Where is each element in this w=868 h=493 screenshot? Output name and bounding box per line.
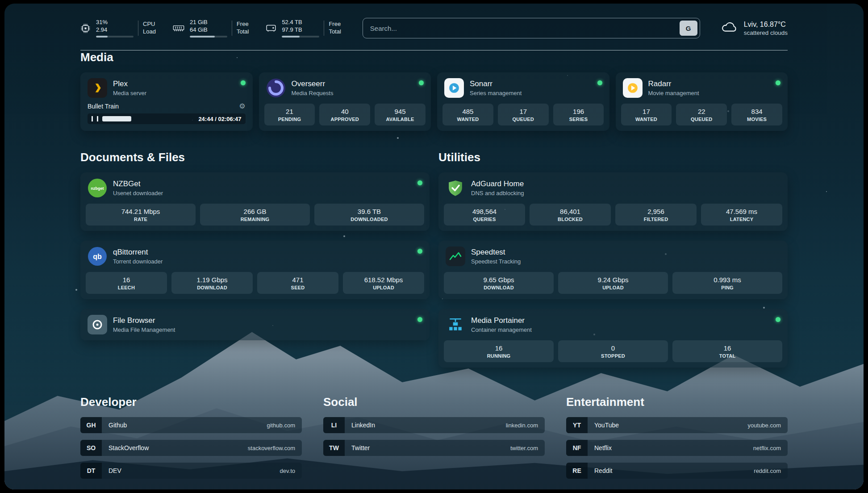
stat-series: 196 SERIES bbox=[553, 104, 604, 125]
status-dot bbox=[597, 80, 602, 85]
nzbget-icon: nzbget bbox=[88, 178, 107, 198]
bookmark-url: twitter.com bbox=[510, 445, 538, 451]
bookmark-group-developer: Developer GH Github github.com SO StackO… bbox=[80, 395, 302, 479]
app-name: Plex bbox=[113, 79, 146, 88]
search-input[interactable] bbox=[363, 25, 680, 32]
bookmark-youtube[interactable]: YT YouTube youtube.com bbox=[566, 417, 788, 433]
memory-progress-bar bbox=[190, 36, 227, 38]
cpu-load-value: 2.94 bbox=[96, 26, 134, 34]
bookmark-github[interactable]: GH Github github.com bbox=[80, 417, 302, 433]
app-card-sonarr[interactable]: Sonarr Series management 485 WANTED 17 Q… bbox=[437, 72, 609, 131]
stat-latency: 47.569 ms LATENCY bbox=[701, 204, 782, 226]
app-card-adguard[interactable]: AdGuard Home DNS and adblocking 498,564 … bbox=[438, 172, 788, 231]
bookmark-reddit[interactable]: RE Reddit reddit.com bbox=[566, 463, 788, 479]
app-card-nzbget[interactable]: nzbget NZBGet Usenet downloader 74 bbox=[80, 172, 430, 231]
section-title-media: Media bbox=[80, 50, 788, 64]
bookmark-stackoverflow[interactable]: SO StackOverflow stackoverflow.com bbox=[80, 440, 302, 456]
top-bar: 31% 2.94 CPU Load bbox=[80, 18, 788, 38]
now-playing-title: Bullet Train bbox=[88, 103, 119, 110]
app-subtitle: Usenet downloader bbox=[113, 190, 163, 196]
sonarr-icon bbox=[444, 78, 464, 98]
bookmark-abbr: DT bbox=[80, 463, 102, 479]
app-name: Sonarr bbox=[470, 79, 522, 88]
stat-ping: 0.993 ms PING bbox=[672, 272, 782, 294]
bookmark-url: youtube.com bbox=[748, 422, 781, 429]
cpu-progress-bar bbox=[96, 36, 134, 38]
app-card-radarr[interactable]: Radarr Movie management 17 WANTED 22 QUE… bbox=[616, 72, 788, 131]
stat-blocked: 86,401 BLOCKED bbox=[530, 204, 611, 226]
disk-progress-fill bbox=[282, 36, 299, 38]
cpu-labels: CPU Load bbox=[138, 21, 156, 36]
bookmark-abbr: YT bbox=[566, 417, 588, 433]
search-bar[interactable]: G bbox=[363, 18, 700, 38]
bookmark-abbr: TW bbox=[323, 440, 345, 456]
cpu-label-2: Load bbox=[143, 28, 156, 36]
utilities-column: Utilities bbox=[438, 150, 788, 368]
app-name: File Browser bbox=[113, 316, 175, 325]
status-dot bbox=[776, 80, 780, 85]
disk-free-value: 52.4 TB bbox=[282, 19, 319, 26]
status-dot bbox=[776, 317, 780, 322]
bookmark-abbr: RE bbox=[566, 463, 588, 479]
stat-download: 9.65 Gbps DOWNLOAD bbox=[444, 272, 554, 294]
documents-column: Documents & Files nzbget bbox=[80, 150, 430, 340]
cpu-widget: 31% 2.94 CPU Load bbox=[80, 19, 156, 38]
bookmark-url: github.com bbox=[267, 422, 295, 429]
bookmark-name: YouTube bbox=[594, 422, 619, 429]
playback-progress-bar[interactable]: 24:44 / 02:06:47 bbox=[88, 113, 246, 124]
memory-icon bbox=[173, 25, 184, 32]
memory-label-1: Free bbox=[237, 21, 249, 28]
section-title-developer: Developer bbox=[80, 395, 302, 409]
app-card-qbittorrent[interactable]: qb qBittorrent Torrent downloader bbox=[80, 241, 430, 299]
app-subtitle: Movie management bbox=[648, 90, 699, 96]
app-subtitle: Media File Management bbox=[113, 326, 175, 333]
section-title-utilities: Utilities bbox=[438, 150, 788, 164]
bookmark-abbr: GH bbox=[80, 417, 102, 433]
weather-text: Lviv, 16.87°C scattered clouds bbox=[744, 21, 788, 36]
disk-label-1: Free bbox=[329, 21, 341, 28]
plex-icon bbox=[88, 78, 107, 98]
plex-now-playing: Bullet Train ⚙ 24:44 / 02:06:47 bbox=[80, 103, 253, 130]
app-name: Speedtest bbox=[471, 248, 521, 257]
disk-labels: Free Total bbox=[324, 21, 341, 36]
cpu-values: 31% 2.94 bbox=[96, 19, 134, 38]
pause-icon[interactable] bbox=[92, 116, 98, 121]
app-subtitle: Media server bbox=[113, 90, 146, 96]
status-dot bbox=[417, 249, 422, 254]
memory-progress-fill bbox=[190, 36, 215, 38]
app-card-speedtest[interactable]: Speedtest Speedtest Tracking 9.65 Gbps D… bbox=[438, 241, 788, 299]
disk-widget: 52.4 TB 97.9 TB Free Total bbox=[266, 19, 341, 38]
overseerr-icon bbox=[266, 78, 286, 98]
stat-pending: 21 PENDING bbox=[264, 104, 315, 125]
bookmark-twitter[interactable]: TW Twitter twitter.com bbox=[323, 440, 545, 456]
bookmark-name: StackOverflow bbox=[108, 444, 149, 451]
stat-filtered: 2,956 FILTERED bbox=[615, 204, 697, 226]
stat-queued: 22 QUEUED bbox=[676, 104, 727, 125]
disk-progress-bar bbox=[282, 36, 319, 38]
stat-approved: 40 APPROVED bbox=[319, 104, 370, 125]
app-card-filebrowser[interactable]: File Browser Media File Management bbox=[80, 309, 430, 340]
media-card-grid: Plex Media server Bullet Train ⚙ 24:44 /… bbox=[80, 72, 788, 131]
app-card-overseerr[interactable]: Overseerr Media Requests 21 PENDING 40 A… bbox=[259, 72, 431, 131]
app-card-plex[interactable]: Plex Media server Bullet Train ⚙ 24:44 /… bbox=[80, 72, 253, 131]
app-subtitle: Speedtest Tracking bbox=[471, 258, 521, 265]
app-card-portainer[interactable]: Media Portainer Container management 16 … bbox=[438, 309, 788, 368]
bookmark-name: Netflix bbox=[594, 444, 612, 451]
bookmark-netflix[interactable]: NF Netflix netflix.com bbox=[566, 440, 788, 456]
cpu-icon bbox=[80, 23, 91, 33]
app-subtitle: Series management bbox=[470, 90, 522, 96]
stat-downloaded: 39.6 TB DOWNLOADED bbox=[314, 204, 424, 226]
bookmark-dev[interactable]: DT DEV dev.to bbox=[80, 463, 302, 479]
radarr-icon bbox=[623, 78, 643, 98]
bookmark-url: dev.to bbox=[280, 468, 295, 474]
bookmark-name: DEV bbox=[108, 467, 121, 474]
disk-values: 52.4 TB 97.9 TB bbox=[282, 19, 319, 38]
viewport: 31% 2.94 CPU Load bbox=[0, 0, 868, 493]
stat-seed: 471 SEED bbox=[257, 272, 338, 294]
cpu-percent: 31% bbox=[96, 19, 134, 26]
bookmark-linkedin[interactable]: LI LinkedIn linkedin.com bbox=[323, 417, 545, 433]
weather-widget: Lviv, 16.87°C scattered clouds bbox=[720, 21, 788, 36]
search-engine-button[interactable]: G bbox=[680, 21, 697, 36]
stat-running: 16 RUNNING bbox=[444, 340, 554, 362]
gear-icon[interactable]: ⚙ bbox=[239, 103, 245, 110]
